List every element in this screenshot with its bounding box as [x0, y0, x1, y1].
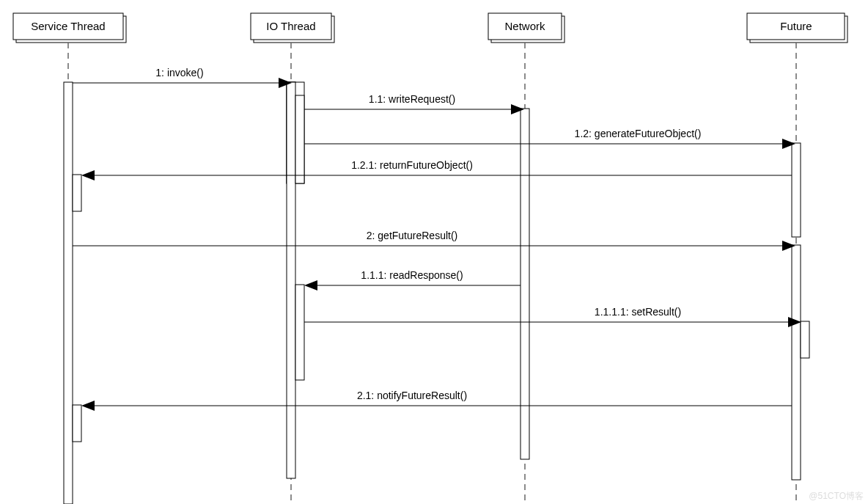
message-invoke: 1: invoke() — [73, 67, 292, 88]
participant-network: Network — [488, 13, 564, 43]
svg-marker-15 — [81, 170, 95, 180]
watermark-text: @51CTO博客 — [809, 491, 864, 501]
message-notify-future-result: 2.1: notifyFutureResult() — [81, 390, 792, 411]
message-label: 2.1: notifyFutureResult() — [357, 390, 467, 401]
activation-bar — [73, 405, 81, 442]
message-label: 1.1: writeRequest() — [369, 93, 455, 105]
message-generate-future: 1.2: generateFutureObject() — [304, 128, 795, 149]
participant-label: Network — [504, 20, 545, 32]
activation-bar — [792, 245, 801, 480]
participant-label: Service Thread — [31, 20, 105, 32]
activation-bar — [287, 82, 295, 478]
message-read-response: 1.1.1: readResponse() — [304, 269, 521, 291]
message-return-future: 1.2.1: returnFutureObject() — [81, 159, 792, 180]
activation-bar — [792, 143, 801, 237]
message-label: 1.1.1: readResponse() — [361, 269, 463, 281]
participant-service-thread: Service Thread — [13, 13, 126, 43]
activation-bar — [295, 285, 304, 380]
message-set-result: 1.1.1.1: setResult() — [304, 306, 801, 327]
activation-bar — [295, 95, 304, 183]
participant-label: IO Thread — [266, 20, 315, 32]
participant-io-thread: IO Thread — [251, 13, 334, 43]
message-label: 1.1.1.1: setResult() — [595, 306, 681, 318]
message-label: 1: invoke() — [155, 67, 203, 78]
message-label: 1.2.1: returnFutureObject() — [351, 159, 473, 171]
activation-bar — [801, 321, 809, 358]
participant-label: Future — [780, 20, 812, 32]
activation-bar — [521, 109, 529, 459]
activation-bar — [73, 175, 81, 211]
svg-marker-23 — [81, 401, 95, 411]
svg-marker-19 — [304, 280, 317, 291]
message-write-request: 1.1: writeRequest() — [304, 93, 524, 114]
participant-future: Future — [747, 13, 847, 43]
activation-bar — [64, 82, 73, 504]
message-label: 1.2: generateFutureObject() — [575, 128, 702, 139]
message-get-future-result: 2: getFutureResult() — [73, 230, 795, 251]
message-label: 2: getFutureResult() — [367, 230, 458, 241]
